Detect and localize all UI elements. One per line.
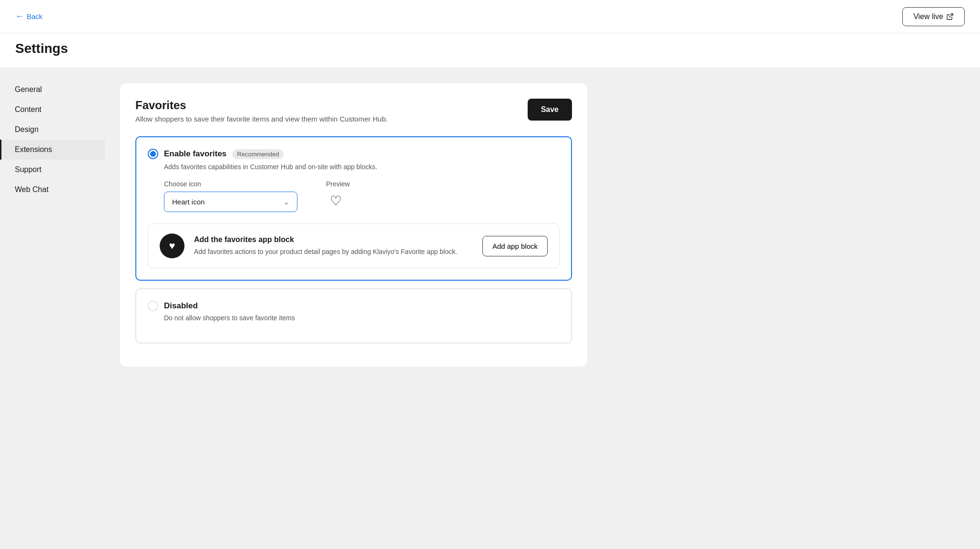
enable-option-header: Enable favorites Recommended	[148, 149, 560, 159]
icon-dropdown[interactable]: Heart icon ⌄	[164, 192, 297, 212]
app-block-description: Add favorites actions to your product de…	[194, 247, 473, 257]
section-header: Favorites Allow shoppers to save their f…	[135, 99, 572, 123]
page-header: Settings	[0, 33, 980, 68]
heart-outline-icon: ♡	[330, 194, 342, 208]
back-label: Back	[27, 12, 42, 20]
icon-select-row: Choose icon Heart icon ⌄ Preview ♡	[164, 180, 560, 212]
preview-group: Preview ♡	[326, 180, 350, 211]
page-title: Settings	[15, 41, 965, 56]
disabled-option-header: Disabled	[148, 301, 560, 311]
enable-option-title: Enable favorites	[164, 149, 226, 159]
section-header-text: Favorites Allow shoppers to save their f…	[135, 99, 388, 123]
svg-line-0	[949, 14, 953, 17]
sidebar-item-extensions[interactable]: Extensions	[0, 140, 105, 160]
back-link[interactable]: ← Back	[15, 11, 42, 21]
view-live-button[interactable]: View live	[902, 7, 965, 26]
sidebar-item-web-chat[interactable]: Web Chat	[0, 180, 105, 200]
back-arrow-icon: ←	[15, 11, 24, 21]
app-block-card: ♥ Add the favorites app block Add favori…	[148, 224, 560, 268]
icon-preview: ♡	[326, 192, 345, 211]
enable-radio[interactable]	[148, 149, 158, 159]
recommended-badge: Recommended	[232, 149, 284, 159]
settings-card: Favorites Allow shoppers to save their f…	[120, 83, 587, 366]
enable-option-description: Adds favorites capabilities in Customer …	[164, 163, 560, 171]
disabled-option-title: Disabled	[164, 301, 198, 311]
chevron-down-icon: ⌄	[284, 198, 289, 206]
save-button[interactable]: Save	[528, 99, 572, 121]
sidebar-item-general[interactable]: General	[0, 80, 105, 100]
top-bar: ← Back View live	[0, 0, 980, 33]
choose-icon-group: Choose icon Heart icon ⌄	[164, 180, 297, 212]
app-block-heart-icon: ♥	[160, 234, 184, 258]
disabled-radio[interactable]	[148, 301, 158, 311]
section-description: Allow shoppers to save their favorite it…	[135, 115, 388, 123]
disabled-option-description: Do not allow shoppers to save favorite i…	[164, 314, 560, 322]
sidebar-item-support[interactable]: Support	[0, 160, 105, 180]
app-block-content: Add the favorites app block Add favorite…	[194, 235, 473, 257]
section-title: Favorites	[135, 99, 388, 112]
view-live-label: View live	[913, 12, 943, 21]
sidebar-item-design[interactable]: Design	[0, 120, 105, 140]
preview-label: Preview	[326, 180, 350, 188]
main-layout: General Content Design Extensions Suppor…	[0, 68, 980, 549]
content-area: Favorites Allow shoppers to save their f…	[105, 68, 980, 549]
choose-icon-label: Choose icon	[164, 180, 297, 188]
app-block-title: Add the favorites app block	[194, 235, 473, 244]
selected-icon-value: Heart icon	[172, 198, 204, 206]
sidebar-item-content[interactable]: Content	[0, 100, 105, 120]
add-app-block-button[interactable]: Add app block	[482, 236, 548, 256]
sidebar: General Content Design Extensions Suppor…	[0, 68, 105, 549]
external-link-icon	[946, 13, 954, 20]
disabled-option: Disabled Do not allow shoppers to save f…	[135, 288, 572, 344]
enable-favorites-option: Enable favorites Recommended Adds favori…	[135, 136, 572, 281]
